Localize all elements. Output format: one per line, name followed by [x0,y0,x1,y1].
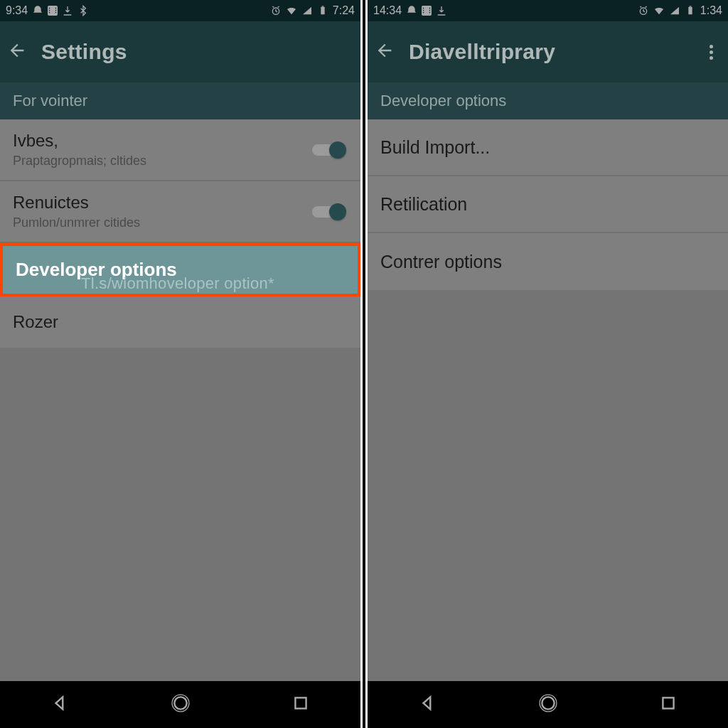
svg-rect-2 [322,6,324,6]
notification-icon [32,5,43,16]
svg-rect-1 [321,7,324,15]
nav-back-icon[interactable] [51,694,70,715]
row-title: Contrer options [380,252,714,272]
back-arrow-icon[interactable] [7,41,27,63]
row-title: Renuictes [13,193,346,213]
wifi-icon [653,5,665,16]
status-time-left: 14:34 [373,4,402,17]
download-icon [436,5,447,16]
developer-options-list: Build Import... Retilication Contrer opt… [368,119,728,290]
notification-badge-icon: ⋮⋮ [48,6,58,16]
navigation-bar [0,681,360,728]
dev-row-contrer-options[interactable]: Contrer options [368,233,728,290]
toggle-switch[interactable] [312,204,345,220]
app-bar: Diavelltriprary [368,21,728,82]
row-title: Build Import... [380,137,714,158]
notification-icon [406,5,417,16]
row-title: Rozer [13,312,346,332]
battery-icon [685,5,696,16]
back-arrow-icon[interactable] [375,41,395,63]
row-title: Retilication [380,194,714,215]
nav-recents-icon[interactable] [659,694,678,715]
nav-home-icon[interactable] [171,694,190,715]
battery-icon [317,5,328,16]
row-ghost-text: Tl.s/wiomhoveloper option* [81,274,274,293]
nav-back-icon[interactable] [419,694,437,715]
section-header: Developer options [368,82,728,119]
svg-rect-8 [690,6,692,6]
toggle-switch[interactable] [312,142,345,158]
status-time-right: 7:24 [333,4,355,17]
alarm-icon [270,5,282,16]
section-header: For vointer [0,82,360,119]
empty-area [0,384,360,681]
svg-point-3 [174,697,186,709]
status-bar: 14:34 ⋮⋮ 1:34 [368,0,728,21]
status-bar: 9:34 ⋮⋮ 7:24 [0,0,360,21]
nav-home-icon[interactable] [539,694,557,715]
phone-screen-settings: 9:34 ⋮⋮ 7:24 Settings For vointer [0,0,363,728]
page-title: Diavelltriprary [409,40,555,64]
notification-badge-icon: ⋮⋮ [422,6,432,16]
download-icon [62,5,73,16]
navigation-bar [368,681,728,728]
wifi-icon [286,5,297,16]
empty-area [368,327,728,681]
svg-point-9 [542,697,554,709]
row-title: Ivbes, [13,131,346,151]
status-time-left: 9:34 [6,4,28,17]
svg-rect-7 [688,7,692,15]
alarm-icon [638,5,649,16]
phone-screen-developer: 14:34 ⋮⋮ 1:34 Diavelltriprary Developer … [365,0,728,728]
svg-rect-11 [663,697,673,708]
svg-rect-5 [295,697,306,708]
app-bar: Settings [0,21,360,82]
settings-row-rozer[interactable]: Rozer [0,296,360,348]
settings-row-renuictes[interactable]: Renuictes Pumlon/unmrer citides [0,181,360,243]
settings-list: Ivbes, Praptagropmais; cltides Renuictes… [0,119,360,348]
status-time-right: 1:34 [700,4,722,17]
bluetooth-icon [77,5,89,16]
nav-recents-icon[interactable] [291,694,310,715]
section-header-label: Developer options [380,92,506,110]
settings-row-ivbes[interactable]: Ivbes, Praptagropmais; cltides [0,119,360,181]
dev-row-build-import[interactable]: Build Import... [368,119,728,176]
settings-row-developer-options[interactable]: Developer options Tl.s/wiomhoveloper opt… [0,243,360,296]
overflow-menu-icon[interactable] [701,43,721,62]
page-title: Settings [41,40,127,64]
row-subtitle: Praptagropmais; cltides [13,154,346,168]
cell-signal-icon [301,5,313,16]
section-header-label: For vointer [13,92,87,110]
row-subtitle: Pumlon/unmrer citides [13,215,346,230]
cell-signal-icon [669,5,680,16]
dev-row-retilication[interactable]: Retilication [368,176,728,233]
